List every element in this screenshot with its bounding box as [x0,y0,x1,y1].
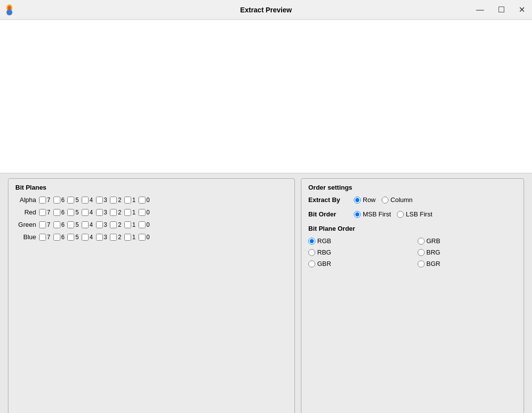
app-icon [4,4,15,15]
bit-blue-3[interactable]: 3 [96,234,107,241]
msb-first-label: MSB First [363,210,391,218]
lsb-first-option[interactable]: LSB First [397,210,432,218]
bit-red-3[interactable]: 3 [96,209,107,216]
left-column: Bit Planes Alpha 7 6 5 4 3 2 1 0 [8,178,295,413]
bit-checkboxes-blue: 7 6 5 4 3 2 1 0 [39,234,150,241]
channel-row-alpha: Alpha 7 6 5 4 3 2 1 0 [15,196,288,204]
bit-red-7[interactable]: 7 [39,209,50,216]
bit-blue-4[interactable]: 4 [82,234,93,241]
bit-blue-7[interactable]: 7 [39,234,50,241]
bit-blue-6[interactable]: 6 [53,234,65,241]
msb-first-option[interactable]: MSB First [354,210,391,218]
bit-green-3[interactable]: 3 [96,221,107,228]
bit-planes-title: Bit Planes [15,184,288,191]
channel-label-blue: Blue [15,233,36,241]
bit-alpha-3[interactable]: 3 [96,197,107,204]
svg-point-1 [6,9,12,15]
bit-green-5[interactable]: 5 [67,221,79,228]
minimize-button[interactable]: — [473,5,487,15]
bit-red-0[interactable]: 0 [139,209,150,216]
extract-by-row: Extract By Row Column [308,196,517,204]
bit-alpha-7[interactable]: 7 [39,197,50,204]
channel-row-red: Red 7 6 5 4 3 2 1 0 [15,208,288,216]
bit-checkboxes-green: 7 6 5 4 3 2 1 0 [39,221,150,228]
extract-by-row-label: Row [363,196,376,204]
bpo-rbg-label: RBG [317,249,331,256]
bit-blue-5[interactable]: 5 [67,234,79,241]
bit-alpha-1[interactable]: 1 [124,197,136,204]
bit-checkboxes-alpha: 7 6 5 4 3 2 1 0 [39,197,150,204]
bit-alpha-0[interactable]: 0 [139,197,150,204]
bpo-grb-label: GRB [427,237,440,245]
extract-by-row-option[interactable]: Row [354,196,376,204]
close-button[interactable]: ✕ [516,5,528,15]
channel-label-red: Red [15,208,36,216]
bpo-brg-label: BRG [427,249,440,256]
bit-red-4[interactable]: 4 [82,209,93,216]
bit-alpha-2[interactable]: 2 [110,197,121,204]
bpo-gbr-label: GBR [317,260,331,267]
bit-checkboxes-red: 7 6 5 4 3 2 1 0 [39,209,150,216]
bit-blue-2[interactable]: 2 [110,234,121,241]
bit-plane-order-grid: RGB GRB RBG BRG [308,237,517,267]
bpo-brg[interactable]: BRG [418,249,517,256]
bit-green-4[interactable]: 4 [82,221,93,228]
bit-plane-order-section: Bit Plane Order RGB GRB RBG [308,225,517,267]
channel-row-blue: Blue 7 6 5 4 3 2 1 0 [15,233,288,241]
preview-canvas [0,20,532,173]
bpo-rgb[interactable]: RGB [308,237,408,245]
bit-red-2[interactable]: 2 [110,209,121,216]
window-title: Extract Preview [240,6,291,14]
bit-order-row: Bit Order MSB First LSB First [308,210,517,218]
bit-red-1[interactable]: 1 [124,209,136,216]
bpo-rbg[interactable]: RBG [308,249,408,256]
main-content: Bit Planes Alpha 7 6 5 4 3 2 1 0 [0,173,532,413]
order-settings-title: Order settings [308,184,517,191]
bit-alpha-6[interactable]: 6 [53,197,65,204]
bit-green-1[interactable]: 1 [124,221,136,228]
maximize-button[interactable]: ☐ [495,5,508,15]
bit-red-6[interactable]: 6 [53,209,65,216]
bit-blue-1[interactable]: 1 [124,234,136,241]
bit-blue-0[interactable]: 0 [139,234,150,241]
bit-green-7[interactable]: 7 [39,221,50,228]
titlebar: Extract Preview — ☐ ✕ [0,0,532,20]
bit-order-group: MSB First LSB First [354,210,433,218]
titlebar-controls: — ☐ ✕ [473,5,528,15]
bit-red-5[interactable]: 5 [67,209,79,216]
titlebar-left [4,4,15,15]
extract-by-column-label: Column [390,196,413,204]
order-settings-panel: Order settings Extract By Row Column [301,178,524,413]
bit-alpha-4[interactable]: 4 [82,197,93,204]
channel-label-alpha: Alpha [15,196,36,204]
bpo-gbr[interactable]: GBR [308,260,408,267]
bit-planes-panel: Bit Planes Alpha 7 6 5 4 3 2 1 0 [8,178,295,413]
bit-alpha-5[interactable]: 5 [67,197,79,204]
bpo-bgr-label: BGR [427,260,440,267]
bit-green-6[interactable]: 6 [53,221,65,228]
svg-point-2 [8,6,11,10]
channel-label-green: Green [15,221,36,228]
bit-green-2[interactable]: 2 [110,221,121,228]
bit-green-0[interactable]: 0 [139,221,150,228]
bpo-rgb-label: RGB [317,237,331,245]
extract-by-column-option[interactable]: Column [382,196,413,204]
extract-by-group: Row Column [354,196,413,204]
bpo-bgr[interactable]: BGR [418,260,517,267]
bit-order-label: Bit Order [308,210,348,218]
channel-row-green: Green 7 6 5 4 3 2 1 0 [15,221,288,228]
extract-by-label: Extract By [308,196,348,204]
panels-row: Bit Planes Alpha 7 6 5 4 3 2 1 0 [8,178,524,413]
bpo-grb[interactable]: GRB [418,237,517,245]
bit-plane-order-title: Bit Plane Order [308,225,517,232]
lsb-first-label: LSB First [406,210,432,218]
